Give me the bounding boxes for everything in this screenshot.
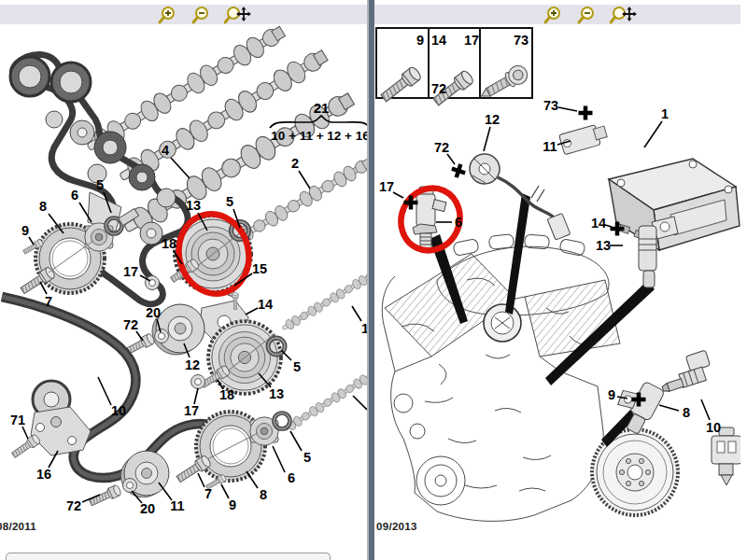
part-label-20: 20 <box>146 305 161 320</box>
part-label-13: 13 <box>596 238 611 253</box>
bottom-panel-edge <box>6 553 331 560</box>
part-label-7: 7 <box>45 294 52 309</box>
part-label-17: 17 <box>184 403 199 418</box>
part-label-73: 73 <box>514 33 529 48</box>
part-label-17: 17 <box>379 179 394 194</box>
mount-point-cross <box>579 106 593 120</box>
part-label-5: 5 <box>96 177 104 192</box>
part-label-72: 72 <box>123 317 138 332</box>
fastener-reference-box <box>376 28 532 108</box>
part-label-14: 14 <box>591 216 606 231</box>
part-label-11: 11 <box>543 139 557 154</box>
part-label-5: 5 <box>303 450 311 465</box>
leader-line <box>447 154 455 164</box>
revision-date-left: 08/2011 <box>0 521 36 532</box>
part-label-72: 72 <box>431 81 446 96</box>
leader-line <box>98 377 111 405</box>
timing-belt-diagram: 21 10 + 11 + 12 + 16 4286597135181715142… <box>2 22 379 516</box>
panel-divider[interactable] <box>367 0 374 560</box>
leader-line <box>558 107 577 111</box>
part-label-9: 9 <box>608 387 615 402</box>
part-label-17: 17 <box>464 33 479 48</box>
part-label-71: 71 <box>10 413 25 427</box>
part-label-72: 72 <box>66 498 81 513</box>
mount-point-cross <box>450 162 468 180</box>
leader-line <box>353 396 367 410</box>
part-label-6: 6 <box>71 188 78 203</box>
leader-line <box>659 405 679 411</box>
part-label-16: 16 <box>36 467 51 482</box>
part-label-4: 4 <box>162 143 169 158</box>
leader-line <box>171 158 190 178</box>
part-label-9: 9 <box>229 497 236 512</box>
part-label-12: 12 <box>185 357 200 372</box>
part-label-9: 9 <box>416 33 424 48</box>
part-label-8: 8 <box>39 199 47 214</box>
part-label-17: 17 <box>123 264 138 279</box>
part-label-72: 72 <box>434 140 449 155</box>
part-label-8: 8 <box>260 487 267 502</box>
leader-line <box>29 237 34 245</box>
part-label-13: 13 <box>186 198 201 213</box>
leader-line <box>221 484 229 498</box>
part-label-10: 10 <box>706 420 721 435</box>
leader-line <box>136 331 143 341</box>
sensor-11 <box>559 122 609 155</box>
parts-catalog-window: 21 10 + 11 + 12 + 16 4286597135181715142… <box>0 0 747 560</box>
part-label-73: 73 <box>543 98 558 113</box>
part-label-11: 11 <box>170 498 184 513</box>
camshaft-position-sensor <box>639 217 678 287</box>
leader-line <box>701 399 710 420</box>
part-label-5: 5 <box>226 194 233 209</box>
leader-line <box>290 431 302 451</box>
part-label-6: 6 <box>288 470 295 485</box>
part-label-2: 2 <box>291 156 299 171</box>
kit-formula: 10 + 11 + 12 + 16 <box>271 129 370 143</box>
part-label-13: 13 <box>269 386 284 401</box>
part-label-15: 15 <box>252 261 267 276</box>
leader-line <box>484 127 490 151</box>
engine-sketch <box>382 234 620 522</box>
leader-line <box>198 473 204 487</box>
part-label-18: 18 <box>162 236 176 251</box>
leader-line <box>393 192 403 198</box>
connector-plug <box>712 427 741 485</box>
part-label-6: 6 <box>455 215 462 230</box>
leader-line <box>22 427 28 439</box>
part-label-12: 12 <box>485 112 500 127</box>
engine-sensors-diagram: 12727311117614139810914177273 <box>376 28 741 521</box>
part-label-18: 18 <box>219 387 234 402</box>
ecu-module <box>609 159 740 250</box>
leader-line <box>644 121 662 147</box>
part-label-1: 1 <box>661 106 669 121</box>
part-label-10: 10 <box>111 403 126 418</box>
leader-line <box>352 306 361 321</box>
part-label-14: 14 <box>431 33 446 48</box>
part-label-9: 9 <box>21 223 29 238</box>
coolant-temp-sensor <box>655 350 714 394</box>
leader-line <box>194 388 198 404</box>
leader-line <box>246 308 258 315</box>
part-label-7: 7 <box>204 486 212 501</box>
part-label-5: 5 <box>293 359 301 374</box>
part-label-8: 8 <box>683 405 690 420</box>
kit-total-number: 21 <box>314 100 330 116</box>
leader-line <box>299 171 310 189</box>
part-label-20: 20 <box>140 501 155 516</box>
leader-line <box>273 446 285 472</box>
revision-date-right: 09/2013 <box>376 521 417 532</box>
part-label-14: 14 <box>258 297 273 312</box>
